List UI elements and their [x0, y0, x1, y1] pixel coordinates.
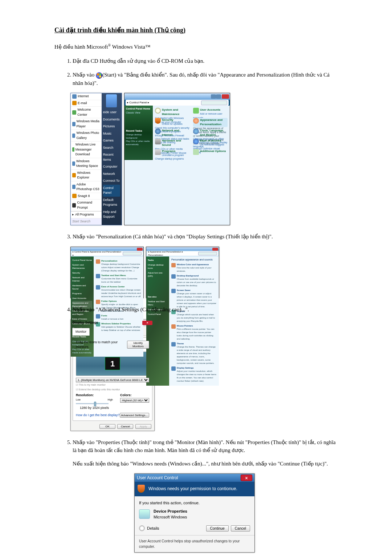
- search-input: [123, 252, 142, 255]
- cancel-button[interactable]: Cancel: [231, 525, 250, 532]
- search-input: [198, 252, 217, 255]
- ap-i1t: Taskbar and Start Menu: [101, 274, 141, 277]
- ap-i5s: Add gadgets to Sidebar Choose whether to…: [101, 326, 140, 331]
- appearance-screenshot: ▸ Control Panel ▸ Appearance and Persona…: [70, 247, 144, 298]
- pi6s: Adjust your monitor resolution, which ch…: [177, 370, 216, 382]
- apply-button: Apply: [135, 424, 151, 429]
- ap-side-3: Network and Internet: [72, 275, 92, 283]
- smr-comp: Computer: [103, 163, 120, 171]
- page-title: Cài đặt trình điều khiển màn hình (Thủ c…: [54, 25, 338, 35]
- smr-cp: Control Panel: [103, 185, 120, 197]
- close-icon: ×: [142, 321, 152, 325]
- smr-recent: Recent Items: [103, 151, 120, 163]
- ap-side-0: Control Panel Home: [72, 258, 92, 263]
- ds-help-link[interactable]: How do I get the best display?: [76, 413, 120, 418]
- step2-post: (Start) và "Bảng điều khiển". Sau đó, nh…: [73, 72, 330, 86]
- sm-ps: Adobe Photoshop CS3: [77, 182, 100, 192]
- step-1: Đặt đĩa CD Hướng dẫn sử dụng vào ổ CD-RO…: [73, 57, 338, 65]
- smr-conn: Connect To: [103, 177, 120, 185]
- sm-welcome: Welcome Center: [77, 107, 100, 117]
- pers-side-see: See also: [148, 295, 168, 299]
- ap-i5t: Windows Sidebar Properties: [101, 322, 141, 325]
- uac-title: User Account Control: [137, 475, 178, 481]
- os-pre: Hệ điều hành Microsoft: [54, 44, 108, 50]
- ok-button[interactable]: OK: [99, 424, 115, 429]
- ap-side-4: Hardware and Sound: [72, 283, 92, 291]
- sm-email: E-mail: [78, 101, 87, 106]
- chevron-down-icon: [139, 525, 145, 531]
- pers-side-0: Change desktop icons: [148, 263, 168, 271]
- ap-i2s: Accommodate low vision Change screen rea…: [101, 289, 141, 297]
- ds-title: Display Settings: [73, 320, 98, 325]
- res-value: 1280 by 1024 pixels: [76, 406, 113, 411]
- step5a-text: Nhấp vào "Properties (Thuộc tính)" trong…: [73, 439, 336, 454]
- ap-i3t: Folder Options: [101, 300, 141, 303]
- step2-pre: Nhấp vào: [73, 72, 96, 78]
- user-avatar: [106, 94, 117, 107]
- pi1t: Desktop Background: [177, 274, 217, 278]
- sm-internet: Internet: [78, 94, 89, 99]
- uac-details[interactable]: Details: [147, 525, 159, 532]
- ap-i0s: Change desktop background Customize colo…: [101, 263, 140, 272]
- monitor-1-icon: 1: [105, 357, 120, 370]
- pers-side-title: Tasks: [148, 258, 168, 263]
- pers-breadcrumb: ▸ Appearance and Personalization ▸ Perso…: [148, 250, 198, 257]
- sm-all: All Programs: [75, 212, 94, 217]
- pers-hdr: Personalize appearance and sounds: [171, 258, 217, 262]
- close-icon: [137, 248, 143, 251]
- pers-side-1: Adjust font size (DPI): [148, 271, 168, 279]
- close-icon: ×: [241, 475, 252, 481]
- uac-message: Windows needs your permission to contion…: [135, 482, 254, 496]
- pi5s: Change the theme. Themes can change a wi…: [177, 346, 216, 364]
- smr-search: Search: [103, 144, 120, 152]
- start-menu-screenshot: Internet E-mail Welcome Center Windows M…: [70, 93, 122, 225]
- pi5t: Theme: [177, 342, 217, 345]
- ap-side-5: Programs: [72, 291, 92, 296]
- sm-snag: SnagIt 8: [78, 194, 90, 199]
- chk-main: ☑ This is my main monitor: [76, 383, 149, 387]
- os-line: Hệ điều hành Microsoft® Windows Vista™: [54, 42, 338, 51]
- cp-side-title: Control Panel Home: [126, 107, 151, 111]
- ap-i4t: Fonts: [101, 314, 123, 317]
- step3-text: Nhấp vào "Personalization (Cá nhân hóa)"…: [73, 234, 273, 239]
- ap-i4s: Install or remove a font: [101, 318, 123, 320]
- col-label: Colors:: [120, 393, 149, 398]
- sm-wlm: Windows Live Messenger Download: [75, 142, 100, 157]
- cp-side-recent: Recent Tasks: [126, 129, 151, 133]
- sm-wms: Windows Meeting Space: [76, 159, 100, 169]
- smr-games: Games: [103, 137, 120, 144]
- uac-foot: User Account Control helps stop unauthor…: [135, 535, 254, 552]
- uac-screenshot: User Account Control× Windows needs your…: [134, 473, 255, 553]
- continue-button[interactable]: Continue: [206, 525, 229, 532]
- res-low: Low: [76, 398, 81, 402]
- pi4s: Pick a different mouse pointer. You can …: [177, 328, 215, 340]
- start-icon: [96, 72, 102, 79]
- color-select[interactable]: Highest (32 bit) ▾: [120, 398, 149, 403]
- pi6t: Display Settings: [177, 366, 217, 370]
- uac-if: If you started this action, continue.: [139, 500, 250, 506]
- uac-prog2: Microsoft Windows: [154, 514, 187, 520]
- step-3: Nhấp vào "Personalization (Cá nhân hóa)"…: [73, 233, 338, 241]
- identify-button[interactable]: Identify Monitors: [127, 341, 149, 349]
- ap-i0t: Personalization: [101, 259, 141, 263]
- ap-breadcrumb: ▸ Control Panel ▸ Appearance and Persona…: [73, 250, 123, 257]
- smr-net: Network: [103, 171, 120, 178]
- pi0t: Window Color and Appearance: [177, 263, 217, 266]
- advanced-button[interactable]: Advanced Settings...: [120, 413, 149, 418]
- smr-docs: Documents: [103, 116, 120, 123]
- cancel-button[interactable]: Cancel: [117, 424, 133, 429]
- monitor-select[interactable]: 1. (Multiple Monitors) on NVIDIA GeForce…: [76, 378, 149, 382]
- control-panel-screenshot: ▸ Control Panel ▸ Control Panel Home Cla…: [124, 93, 230, 225]
- sm-wmp: Windows Media Player: [77, 119, 100, 129]
- res-label: Resolution:: [76, 393, 113, 398]
- cp-side-r2: Play CDs or other media automatically: [126, 140, 151, 146]
- step1-text: Đặt đĩa CD Hướng dẫn sử dụng vào ổ CD-RO…: [73, 58, 204, 64]
- cp-side-r1: Change desktop background: [126, 133, 151, 140]
- cp-side-classic: Classic View: [126, 111, 151, 115]
- uac-prog1: Device Properties: [154, 508, 187, 514]
- ds-tab: Monitor: [72, 328, 90, 336]
- sm-wpg: Windows Photo Gallery: [76, 131, 100, 140]
- step4-text: Nhấp vào "Advanced Settings (Cài đặt nân…: [73, 307, 189, 312]
- res-slider[interactable]: [76, 403, 109, 404]
- cp-breadcrumb: ▸ Control Panel ▸: [127, 100, 149, 105]
